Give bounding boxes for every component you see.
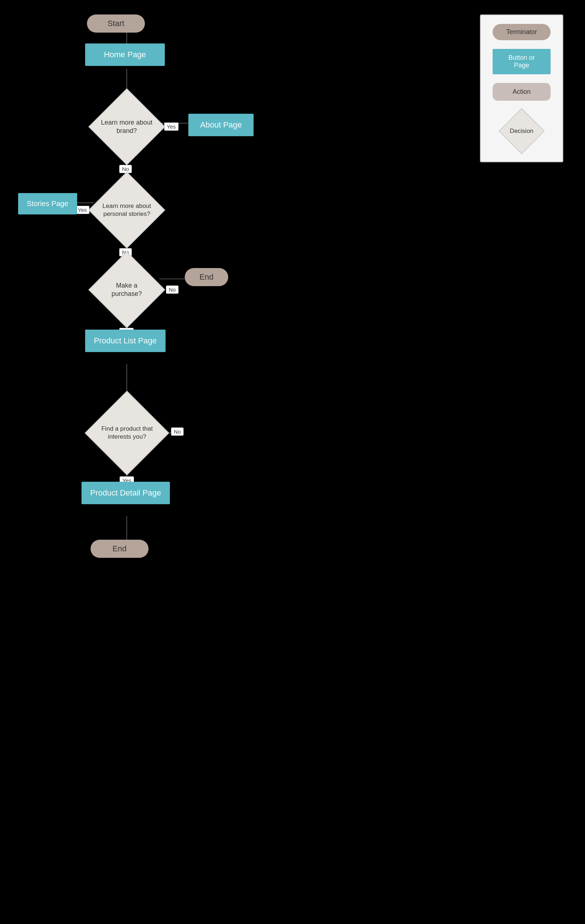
decision1-text: Learn more about brand? [100,119,153,135]
about-page-node: About Page [188,114,254,136]
decision3-group: Make a purchase? No Yes [89,254,165,326]
stories-page-shape: Stories Page [18,193,77,214]
decision1-group: Learn more about brand? Yes No [89,91,165,163]
product-list-node: Product List Page [85,330,165,352]
start-node: Start [87,15,145,33]
end1-node: End [185,268,228,286]
about-page-shape: About Page [188,114,254,136]
decision1-shape: Learn more about brand? [88,88,165,165]
decision2-shape: Learn more about personal stories? [88,172,165,249]
decision3-shape: Make a purchase? [88,251,165,328]
legend-decision-shape: Decision [498,108,544,154]
decision2-yes-label: Yes [75,206,89,214]
decision2-wrapper: Learn more about personal stories? [89,174,165,246]
legend-action-item: Action [486,83,557,101]
decision4-text: Find a product that interests you? [98,425,156,441]
decision1-no-label: No [119,165,132,173]
decision4-group: Find a product that interests you? No Ye… [85,391,169,475]
product-list-shape: Product List Page [85,330,165,352]
end1-shape: End [185,268,228,286]
start-node-group: Start [87,15,145,33]
legend-terminator-item: Terminator [486,24,557,40]
decision4-wrapper: Find a product that interests you? [85,391,169,475]
legend-action-shape: Action [492,83,550,101]
home-page-shape: Home Page [85,43,165,66]
legend-terminator-shape: Terminator [492,24,550,40]
legend-decision-text: Decision [506,127,537,135]
flowchart-main: Start Home Page Learn more about brand? … [18,11,315,916]
decision4-shape: Find a product that interests you? [84,391,169,475]
decision2-group: Learn more about personal stories? Yes N… [89,174,165,246]
legend-decision-wrapper: Decision [500,109,543,153]
product-detail-node: Product Detail Page [81,482,170,504]
legend-page-item: Button or Page [486,49,557,74]
decision1-yes-label: Yes [164,122,178,131]
legend-box: Terminator Button or Page Action Decisio… [480,15,563,162]
decision3-no-label: No [166,285,178,294]
product-detail-shape: Product Detail Page [81,482,170,504]
home-page-node: Home Page [85,43,165,66]
stories-page-node: Stories Page [18,193,77,214]
decision1-wrapper: Learn more about brand? [89,91,165,163]
decision3-wrapper: Make a purchase? [89,254,165,326]
end2-shape: End [91,540,149,558]
end2-node: End [91,540,149,558]
legend-decision-item: Decision [486,109,557,153]
legend-page-shape: Button or Page [492,49,550,74]
decision3-text: Make a purchase? [100,281,153,299]
decision4-no-label: No [171,427,183,436]
decision2-text: Learn more about personal stories? [100,202,153,218]
